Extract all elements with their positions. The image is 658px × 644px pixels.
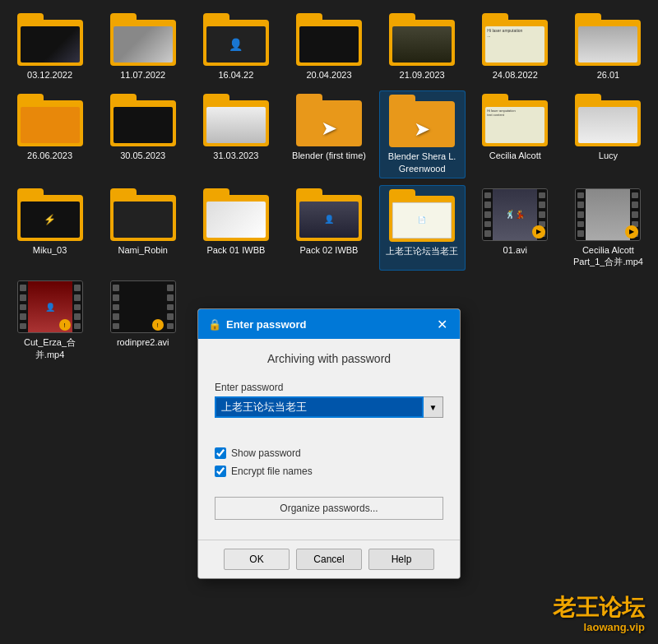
watermark-line1: 老王论坛 (553, 594, 645, 622)
file-item[interactable]: 31.03.2023 (192, 90, 279, 178)
file-item[interactable]: ⚡ Miku_03 (7, 185, 93, 271)
file-label: 20.04.2023 (306, 69, 351, 81)
dialog-close-button[interactable]: ✕ (433, 316, 450, 332)
file-label: 上老王论坛当老王 (386, 245, 458, 257)
file-label: Cecilia Alcott Part_1_合并.mp4 (571, 244, 645, 268)
show-password-row: Show password (215, 447, 443, 459)
file-label: 21.09.2023 (400, 69, 445, 81)
file-label: Pack 02 IWBB (300, 244, 359, 256)
file-label: Pack 01 IWBB (206, 244, 265, 256)
file-label: Miku_03 (33, 244, 67, 256)
file-label: rodinpre2.avi (117, 336, 169, 348)
file-label: 31.03.2023 (213, 150, 258, 161)
file-item[interactable]: 👤 Pack 02 IWBB (285, 185, 372, 271)
file-item-video[interactable]: 🕺💃 ▶ 01.avi (472, 185, 558, 271)
file-item[interactable]: Lucy (565, 90, 651, 178)
file-item[interactable]: 11.07.2022 (100, 10, 186, 84)
file-label: Cut_Erza_合并.mp4 (13, 336, 87, 360)
encrypt-names-row: Encrypt file names (215, 466, 443, 477)
password-dropdown-button[interactable]: ▼ (424, 396, 443, 418)
file-item-chinese-folder[interactable]: 📄 上老王论坛当老王 (379, 185, 466, 271)
file-label: 01.avi (503, 244, 527, 256)
file-label: 30.05.2023 (120, 150, 165, 161)
watermark-line2: laowang.vip (553, 621, 645, 634)
file-item-video[interactable]: 👤 ! Cut_Erza_合并.mp4 (7, 277, 93, 364)
file-label: Lucy (599, 150, 618, 161)
file-item[interactable]: Pack 01 IWBB (192, 185, 279, 271)
watermark: 老王论坛 laowang.vip (553, 594, 645, 634)
dialog-subtitle: Archiving with password (215, 352, 443, 365)
cancel-button[interactable]: Cancel (296, 549, 362, 570)
file-item[interactable]: Hi laser amputationtext content Cecilia … (472, 90, 558, 178)
file-label: 03.12.2022 (27, 69, 72, 81)
file-label: Blender Shera L. Greenwood (385, 151, 459, 174)
file-item[interactable]: Hi laser amputation... 24.08.2022 (472, 10, 558, 84)
password-dialog: 🔒 Enter password ✕ Archiving with passwo… (197, 308, 461, 579)
file-label: Cecilia Alcott (489, 150, 541, 161)
file-label: 26.06.2023 (27, 150, 72, 161)
organize-passwords-button[interactable]: Organize passwords... (215, 497, 443, 520)
file-item-video[interactable]: ▶ Cecilia Alcott Part_1_合并.mp4 (565, 185, 651, 271)
file-item-blender-first[interactable]: ➤ Blender (first time) (285, 90, 372, 178)
file-item[interactable]: 26.01 (565, 10, 651, 84)
help-button[interactable]: Help (368, 549, 434, 570)
file-item[interactable]: 👤 16.04.22 (192, 10, 279, 84)
file-label: 26.01 (597, 69, 620, 81)
ok-button[interactable]: OK (224, 549, 290, 570)
password-input[interactable] (215, 396, 424, 418)
encrypt-names-checkbox[interactable] (215, 466, 226, 477)
file-label: Nami_Robin (118, 244, 168, 256)
file-item[interactable]: 20.04.2023 (285, 10, 372, 84)
encrypt-names-label: Encrypt file names (231, 466, 313, 477)
password-input-row: ▼ (215, 396, 443, 418)
file-item[interactable]: Nami_Robin (100, 185, 186, 271)
file-item-video[interactable]: ! rodinpre2.avi (100, 277, 186, 364)
file-item[interactable]: 30.05.2023 (100, 90, 186, 178)
show-password-label: Show password (231, 447, 301, 459)
file-label: 11.07.2022 (120, 69, 165, 81)
file-item-blender-shera[interactable]: ➤ Blender Shera L. Greenwood (379, 90, 466, 178)
file-label: 24.08.2022 (493, 69, 538, 81)
file-label: Blender (first time) (292, 150, 366, 161)
dialog-title: Enter password (226, 318, 307, 331)
file-item[interactable]: 03.12.2022 (7, 10, 93, 84)
dialog-icon: 🔒 (208, 318, 221, 331)
show-password-checkbox[interactable] (215, 447, 226, 459)
file-item[interactable]: 21.09.2023 (379, 10, 466, 84)
file-label: 16.04.22 (218, 69, 253, 81)
file-item[interactable]: 26.06.2023 (7, 90, 93, 178)
dialog-titlebar: 🔒 Enter password ✕ (198, 309, 460, 339)
dialog-footer: OK Cancel Help (198, 540, 460, 578)
password-field-label: Enter password (215, 382, 443, 393)
